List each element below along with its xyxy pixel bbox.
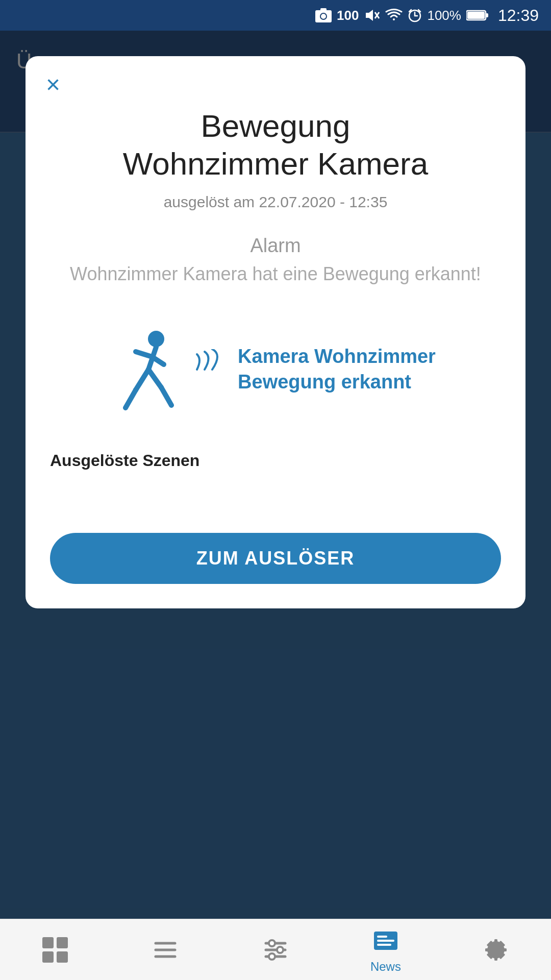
modal-title: Bewegung Wohnzimmer Kamera — [50, 107, 501, 183]
nav-item-news[interactable]: News — [370, 926, 401, 974]
runner-icon — [115, 329, 182, 410]
battery-percent: 100% — [427, 8, 461, 23]
close-button[interactable]: × — [46, 72, 60, 97]
motion-waves-icon — [192, 349, 222, 390]
dashboard-icon — [40, 935, 70, 965]
scenes-title: Ausgelöste Szenen — [50, 451, 501, 470]
svg-line-17 — [136, 352, 152, 357]
app-background: Ü... B × Bewegung Wohnzimmer Kamera ausg… — [0, 31, 551, 919]
svg-rect-39 — [377, 944, 391, 946]
gear-icon — [481, 935, 511, 965]
mute-icon — [364, 8, 380, 22]
status-icons: 100 100% 12:39 — [315, 6, 539, 25]
svg-rect-24 — [57, 937, 68, 948]
modal-date: ausgelöst am 22.07.2020 - 12:35 — [50, 193, 501, 211]
svg-line-18 — [152, 357, 164, 364]
nav-label-news: News — [370, 960, 401, 974]
svg-rect-23 — [42, 937, 54, 948]
sliders-icon — [260, 935, 291, 965]
svg-rect-37 — [377, 936, 387, 938]
alert-modal: × Bewegung Wohnzimmer Kamera ausgelöst a… — [26, 56, 525, 608]
svg-point-34 — [277, 947, 283, 953]
alarm-body: Wohnzimmer Kamera hat eine Bewegung erka… — [50, 260, 501, 288]
alarm-icon — [408, 8, 422, 22]
list-icon — [150, 935, 181, 965]
photo-icon — [315, 8, 332, 22]
status-bar: 100 100% 12:39 — [0, 0, 551, 31]
svg-rect-13 — [467, 12, 485, 19]
scenes-section: Ausgelöste Szenen — [50, 451, 501, 512]
motion-label: Kamera Wohnzimmer Bewegung erkannt — [238, 344, 436, 395]
svg-rect-25 — [42, 951, 54, 963]
battery-icon — [466, 9, 489, 21]
nav-item-sliders[interactable] — [260, 935, 291, 965]
svg-rect-14 — [486, 13, 488, 17]
motion-illustration: Kamera Wohnzimmer Bewegung erkannt — [50, 318, 501, 421]
svg-marker-4 — [366, 10, 373, 21]
news-icon — [370, 926, 401, 957]
status-time: 12:39 — [498, 6, 539, 25]
svg-rect-3 — [320, 8, 327, 11]
nav-item-list[interactable] — [150, 935, 181, 965]
nav-item-gear[interactable] — [481, 935, 511, 965]
nav-item-dashboard[interactable] — [40, 935, 70, 965]
svg-line-19 — [136, 370, 148, 390]
svg-rect-38 — [377, 940, 394, 942]
svg-line-20 — [126, 390, 136, 408]
svg-point-33 — [269, 940, 275, 946]
svg-line-22 — [161, 387, 171, 405]
badge-100: 100 — [337, 8, 359, 23]
svg-line-21 — [148, 370, 161, 387]
svg-rect-26 — [57, 951, 68, 963]
modal-alarm-text: Alarm Wohnzimmer Kamera hat eine Bewegun… — [50, 231, 501, 288]
svg-point-2 — [321, 14, 326, 19]
alarm-title: Alarm — [50, 231, 501, 260]
action-button[interactable]: ZUM AUSLÖSER — [50, 533, 501, 584]
wifi-icon — [385, 8, 403, 22]
bottom-nav: News — [0, 919, 551, 980]
svg-point-35 — [269, 953, 275, 960]
